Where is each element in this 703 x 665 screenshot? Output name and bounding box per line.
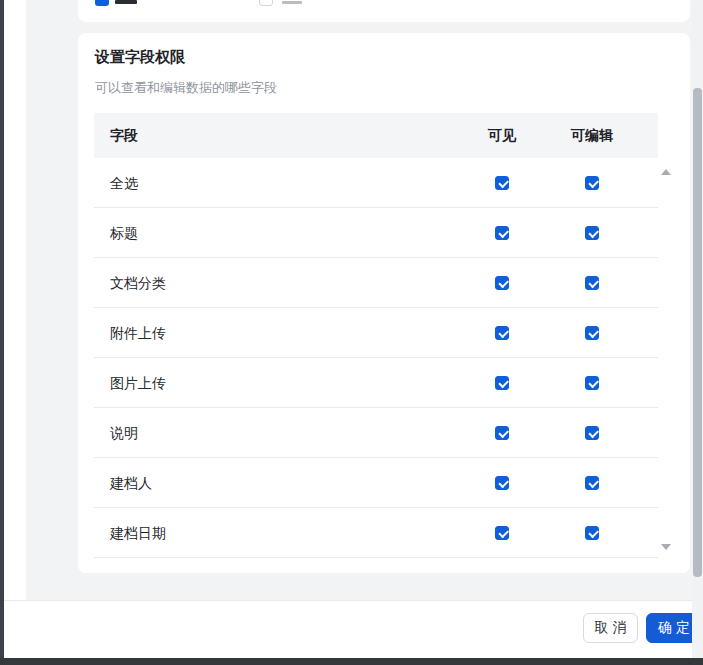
cancel-button[interactable]: 取 消 xyxy=(583,613,638,643)
editable-checkbox[interactable] xyxy=(585,426,599,440)
table-row: 标题 xyxy=(94,208,658,258)
table-body: 全选 标题 文档分类 附件上传 图片上传 xyxy=(94,158,658,558)
row-field-label: 说明 xyxy=(110,425,138,443)
table-row: 建档人 xyxy=(94,458,658,508)
editable-checkbox[interactable] xyxy=(585,226,599,240)
row-field-label: 附件上传 xyxy=(110,325,166,343)
window-scrollbar-thumb[interactable] xyxy=(693,88,702,577)
top-section-card xyxy=(78,0,690,22)
visible-checkbox[interactable] xyxy=(495,426,509,440)
table-header: 字段 可见 可编辑 xyxy=(94,113,658,158)
screen: 设置字段权限 可以查看和编辑数据的哪些字段 字段 可见 可编辑 全选 标题 xyxy=(0,0,703,665)
row-field-label: 标题 xyxy=(110,225,138,243)
editable-checkbox[interactable] xyxy=(585,376,599,390)
table-scrollbar[interactable] xyxy=(658,158,673,558)
top-left-checkbox[interactable] xyxy=(95,0,109,6)
table-row: 建档日期 xyxy=(94,508,658,558)
visible-checkbox[interactable] xyxy=(495,376,509,390)
table-row: 图片上传 xyxy=(94,358,658,408)
table-row: 附件上传 xyxy=(94,308,658,358)
visible-checkbox[interactable] xyxy=(495,326,509,340)
editable-checkbox[interactable] xyxy=(585,476,599,490)
visible-checkbox[interactable] xyxy=(495,176,509,190)
row-field-label: 图片上传 xyxy=(110,375,166,393)
field-permission-table: 字段 可见 可编辑 全选 标题 文档分类 附件上传 xyxy=(94,113,673,558)
editable-checkbox[interactable] xyxy=(585,326,599,340)
scroll-down-icon[interactable] xyxy=(661,544,671,550)
table-row: 说明 xyxy=(94,408,658,458)
editable-checkbox[interactable] xyxy=(585,276,599,290)
column-header-visible: 可见 xyxy=(472,127,532,145)
editable-checkbox[interactable] xyxy=(585,526,599,540)
table-row: 文档分类 xyxy=(94,258,658,308)
top-right-clipped-label xyxy=(282,1,302,4)
visible-checkbox[interactable] xyxy=(495,226,509,240)
column-header-editable: 可编辑 xyxy=(562,127,622,145)
scroll-up-icon[interactable] xyxy=(661,169,671,175)
editable-checkbox[interactable] xyxy=(585,176,599,190)
panel-title: 设置字段权限 xyxy=(95,48,185,67)
visible-checkbox[interactable] xyxy=(495,526,509,540)
page-background-bottom-edge xyxy=(0,658,703,665)
permission-drawer: 设置字段权限 可以查看和编辑数据的哪些字段 字段 可见 可编辑 全选 标题 xyxy=(4,0,703,658)
window-scrollbar[interactable] xyxy=(692,0,703,658)
top-right-checkbox[interactable] xyxy=(259,0,273,6)
row-field-label: 文档分类 xyxy=(110,275,166,293)
drawer-body: 设置字段权限 可以查看和编辑数据的哪些字段 字段 可见 可编辑 全选 标题 xyxy=(26,0,692,600)
row-field-label: 建档日期 xyxy=(110,525,166,543)
visible-checkbox[interactable] xyxy=(495,276,509,290)
row-field-label: 建档人 xyxy=(110,475,152,493)
top-left-clipped-label xyxy=(115,0,137,4)
drawer-footer: 取 消 确 定 xyxy=(4,600,703,658)
row-field-label: 全选 xyxy=(110,175,138,193)
column-header-field: 字段 xyxy=(110,127,138,145)
table-row: 全选 xyxy=(94,158,658,208)
panel-subtitle: 可以查看和编辑数据的哪些字段 xyxy=(95,79,277,97)
field-permission-card: 设置字段权限 可以查看和编辑数据的哪些字段 字段 可见 可编辑 全选 标题 xyxy=(78,33,690,573)
visible-checkbox[interactable] xyxy=(495,476,509,490)
